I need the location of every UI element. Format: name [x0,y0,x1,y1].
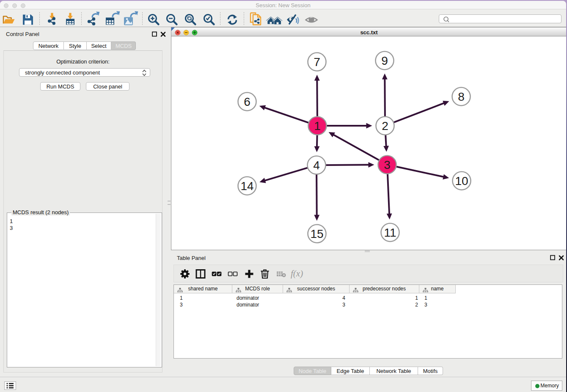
svg-text:9: 9 [381,54,388,67]
svg-text:4: 4 [313,159,320,172]
svg-text:2: 2 [382,119,388,133]
svg-text:8: 8 [458,90,465,103]
svg-text:1: 1 [314,119,321,133]
svg-text:11: 11 [384,226,396,239]
svg-text:14: 14 [240,179,253,193]
svg-text:10: 10 [455,174,468,188]
svg-text:15: 15 [310,227,323,240]
svg-text:3: 3 [384,158,391,171]
svg-text:7: 7 [314,55,320,69]
svg-text:6: 6 [244,95,250,108]
